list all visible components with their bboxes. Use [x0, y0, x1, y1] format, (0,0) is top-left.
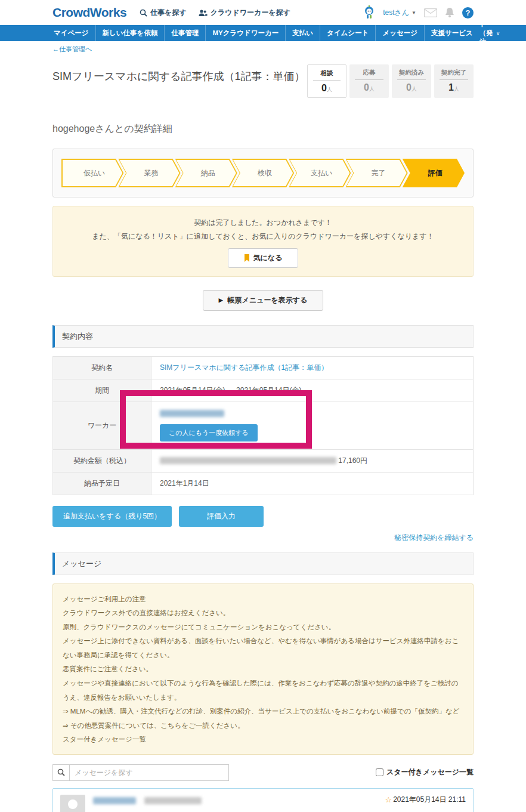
people-icon [199, 9, 208, 17]
report-menu-button[interactable]: ▶ 帳票メニューを表示する [203, 290, 324, 311]
chevron-down-icon: ∨ [496, 30, 500, 36]
nav-item-my-crowdworker[interactable]: MYクラウドワーカー [205, 25, 285, 41]
star-icon[interactable]: ☆ [385, 795, 392, 804]
search-jobs-link[interactable]: 仕事を探す [140, 8, 187, 18]
search-icon [52, 764, 69, 781]
search-workers-link[interactable]: クラウドワーカーを探す [199, 8, 290, 18]
table-row-worker: ワーカー この人にもう一度依頼する [53, 402, 474, 449]
extra-payment-button[interactable]: 追加支払いをする（残り5回） [52, 506, 172, 527]
contract-progress-steps: 仮払い 業務 納品 検収 支払い 完了 評価 [52, 149, 474, 197]
contract-section-header: 契約内容 [52, 325, 474, 348]
nav-item-payment[interactable]: 支払い [285, 25, 320, 41]
client-menu[interactable]: クライアント（発注者）メニュー ∨ [479, 25, 500, 41]
review-input-button[interactable]: 評価入力 [179, 506, 264, 527]
mascot-icon [363, 5, 375, 20]
contract-detail-heading: hogehogeさんとの契約詳細 [52, 123, 474, 135]
user-name: testさん [383, 8, 409, 18]
user-menu[interactable]: testさん ▼ [383, 8, 416, 18]
star-filter[interactable]: スター付きメッセージ一覧 [376, 767, 474, 777]
avatar [60, 795, 85, 812]
back-to-job-management-link[interactable]: ←仕事管理へ [52, 45, 92, 53]
message-search-input[interactable] [69, 764, 229, 781]
nav-item-message[interactable]: メッセージ [375, 25, 424, 41]
message-row[interactable]: ☆ 2021年05月14日 21:11 [52, 788, 474, 812]
notice-line: 悪質案件にご注意ください。 [63, 662, 463, 677]
nda-link[interactable]: 秘密保持契約を締結する [394, 533, 474, 542]
status-tab-applied[interactable]: 応募 0人 [349, 64, 389, 98]
notice-line: メッセージ上に添付できない資料がある、面談を行いたい場合など、やむを得ない事情が… [63, 634, 463, 662]
message-timestamp: 2021年05月14日 21:11 [393, 795, 466, 805]
favorite-button[interactable]: 気になる [228, 248, 299, 268]
help-icon[interactable]: ? [462, 7, 474, 18]
bell-icon[interactable] [445, 7, 454, 18]
star-filter-checkbox[interactable] [376, 768, 383, 776]
message-section-header: メッセージ [52, 552, 474, 575]
notice-line: 原則、クラウドワークスのメッセージにてコミュニケーションをおこなってください。 [63, 620, 463, 635]
table-row-amount: 契約金額（税込） 17,160円 [53, 449, 474, 472]
notice-line: メッセージご利用上の注意 [63, 592, 463, 607]
notice-line: メッセージや直接連絡において以下のような行為を確認した際には、作業をおこなわず応… [63, 677, 463, 705]
table-row-period: 期間 2021年05月14日(金) ～ 2021年05月14日(金) [53, 379, 474, 402]
nav-item-support-service[interactable]: 支援サービス [424, 25, 479, 41]
contract-table: 契約名 SIMフリースマホに関する記事作成（1記事：単価） 期間 2021年05… [52, 356, 474, 495]
redacted-amount-detail [160, 457, 336, 464]
bookmark-icon [244, 254, 250, 262]
step-shiharai: 支払い [289, 159, 351, 187]
notice-line: ⇒ MLMへの勧誘、購入・注文代行などの打診、別案件の紹介、当サービス上での支払… [63, 705, 463, 719]
step-hyoka-active: 評価 [403, 159, 465, 187]
status-tab-completed[interactable]: 契約完了 1人 [434, 64, 474, 98]
page-title: SIMフリースマホに関する記事作成（1記事：単価） [52, 61, 305, 84]
notice-line: ⇒ その他悪質案件については、こちらをご一読ください。 [63, 719, 463, 733]
step-karibarai: 仮払い [61, 159, 123, 187]
search-icon [140, 9, 147, 17]
nav-item-timesheet[interactable]: タイムシート [320, 25, 375, 41]
completion-line2: また、「気になる！リスト」に追加しておくと、お気に入りのクラウドワーカーを探しや… [59, 230, 467, 243]
table-row-contract-name: 契約名 SIMフリースマホに関する記事作成（1記事：単価） [53, 356, 474, 379]
amount-value: 17,160円 [338, 456, 367, 465]
completion-line1: 契約は完了しました。おつかれさまです！ [59, 216, 467, 230]
status-tabs: 相談 0人 応募 0人 契約済み 0人 契約完了 1人 [307, 61, 474, 98]
step-gyomu: 業務 [118, 159, 180, 187]
nav-item-new-job[interactable]: 新しい仕事を依頼 [95, 25, 165, 41]
step-kanryo: 完了 [345, 159, 407, 187]
delivery-date: 2021年1月14日 [151, 472, 474, 495]
play-icon: ▶ [219, 297, 223, 303]
status-tab-contracted[interactable]: 契約済み 0人 [392, 64, 431, 98]
crowdworks-logo[interactable]: CrowdWorks [52, 5, 126, 20]
step-nohin: 納品 [175, 159, 237, 187]
top-header: CrowdWorks 仕事を探す クラウドワーカーを探す testさん ▼ [0, 0, 526, 25]
chevron-down-icon: ▼ [411, 10, 416, 16]
nav-item-job-management[interactable]: 仕事管理 [164, 25, 205, 41]
nav-item-mypage[interactable]: マイページ [52, 25, 95, 41]
redacted-worker-name[interactable] [160, 410, 224, 417]
message-usage-notice: メッセージご利用上の注意 クラウドワークス外での直接連絡はお控えください。 原則… [52, 583, 474, 755]
reorder-button[interactable]: この人にもう一度依頼する [160, 424, 258, 441]
completion-notice: 契約は完了しました。おつかれさまです！ また、「気になる！リスト」に追加しておく… [52, 206, 474, 277]
notice-line-star-list: スター付きメッセージ一覧 [63, 733, 463, 747]
table-row-delivery: 納品予定日 2021年1月14日 [53, 472, 474, 495]
main-navbar: マイページ 新しい仕事を依頼 仕事管理 MYクラウドワーカー 支払い タイムシー… [0, 25, 526, 41]
notice-line: クラウドワークス外での直接連絡はお控えください。 [63, 606, 463, 620]
step-kenshu: 検収 [232, 159, 294, 187]
mail-icon[interactable] [424, 8, 437, 17]
redacted-message-preview [144, 797, 202, 804]
contract-name-link[interactable]: SIMフリースマホに関する記事作成（1記事：単価） [160, 363, 328, 372]
status-tab-consult[interactable]: 相談 0人 [307, 64, 346, 98]
breadcrumb: ←仕事管理へ [52, 41, 474, 55]
redacted-sender-name [93, 797, 136, 804]
